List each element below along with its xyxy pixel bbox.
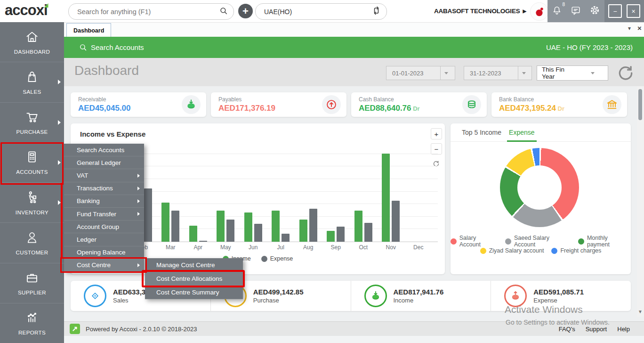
global-search	[68, 3, 234, 20]
close-button[interactable]: ×	[627, 4, 640, 18]
search-icon	[79, 43, 87, 51]
sidebar-item-sales[interactable]: SALES	[0, 62, 64, 102]
summary-card-label: Cash Balance	[359, 96, 394, 103]
footer-link-help[interactable]: Help	[617, 326, 630, 333]
total-amount: AED591,085.71	[533, 288, 584, 296]
arrow-icon: ↗	[72, 325, 78, 333]
month-label: Dec	[405, 244, 433, 251]
bar-group-jun	[240, 141, 267, 242]
date-from-dropdown-icon[interactable]	[440, 66, 452, 80]
footer-link-support[interactable]: Support	[586, 326, 607, 333]
bar-group-apr	[185, 141, 212, 242]
windows-watermark-line1: Activate Windows	[505, 304, 583, 315]
date-to-input[interactable]	[469, 69, 518, 77]
minimize-icon: −	[613, 8, 617, 15]
period-value: This Fin Year	[542, 66, 572, 80]
sidebar-item-inventory[interactable]: INVENTORY	[0, 183, 64, 223]
legend-label: Salary Account	[459, 235, 498, 248]
legend-label: Freight charges	[560, 247, 601, 254]
accoxi-footer-logo: ↗	[70, 324, 80, 334]
organization-selector[interactable]: UAE(HO)	[255, 3, 387, 20]
messages-button[interactable]	[571, 5, 581, 17]
switch-organization-icon[interactable]	[372, 6, 381, 17]
summary-card-label: Payables	[218, 96, 242, 103]
menu-item-opening-balance[interactable]: Opening Balance	[64, 246, 144, 259]
date-from-input[interactable]	[391, 69, 440, 77]
total-amount: AED817,941.76	[394, 288, 444, 296]
sidebar-item-accounts[interactable]: ACCOUNTS	[0, 143, 64, 183]
tab-top5-income[interactable]: Top 5 Income	[462, 129, 501, 136]
menu-item-banking[interactable]: Banking	[64, 195, 144, 208]
sidebar-item-label: SALES	[23, 89, 41, 95]
tab-dashboard[interactable]: Dashboard	[66, 23, 111, 37]
summary-card-payables: PayablesAED171,376.19	[211, 92, 346, 117]
submenu-item-cost-centre-allocations[interactable]: Cost Centre Allocations	[145, 272, 243, 286]
sidebar-item-dashboard[interactable]: DASHBOARD	[0, 22, 64, 62]
legend-dot	[505, 238, 511, 245]
expense-bar	[254, 224, 262, 242]
tab-bar	[64, 22, 644, 37]
refresh-dashboard-button[interactable]	[617, 64, 635, 84]
menu-item-label: Search Accounts	[77, 147, 124, 154]
month-label: Mar	[157, 244, 185, 251]
close-icon: ×	[631, 8, 635, 15]
notifications-button[interactable]: 8	[552, 5, 562, 17]
menu-item-cost-centre[interactable]: Cost Centre	[64, 259, 144, 272]
company-menu[interactable]: AABASOFT TECHNOLOGIES▶	[424, 0, 526, 22]
avatar[interactable]	[530, 2, 548, 21]
sidebar-item-supplier[interactable]: SUPPLIER	[0, 263, 64, 303]
summary-card-amount: AED88,640.76 Dr	[359, 104, 420, 113]
plus-icon: +	[242, 5, 249, 17]
tab-close-icon[interactable]: ×	[637, 24, 642, 32]
settings-button[interactable]	[589, 5, 600, 17]
submenu-item-cost-centre-summary[interactable]: Cost Centre Summary	[145, 286, 243, 299]
add-button[interactable]: +	[238, 4, 253, 18]
period-select[interactable]: This Fin Year	[537, 65, 608, 81]
submenu-arrow-icon	[137, 174, 140, 178]
total-income: AED817,941.76Income	[351, 281, 491, 311]
tab-top5-expense[interactable]: Expense	[509, 123, 534, 141]
menu-item-account-group[interactable]: Account Group	[64, 220, 144, 233]
minimize-button[interactable]: −	[608, 4, 622, 18]
chart-zoom-in-button[interactable]: +	[431, 128, 442, 139]
menu-item-vat[interactable]: VAT	[64, 169, 144, 182]
app-logo: accoxi	[5, 2, 48, 19]
bar-group-dec	[405, 141, 433, 242]
legend-dot	[551, 248, 557, 254]
month-label: May	[212, 244, 240, 251]
menu-item-general-ledger[interactable]: General Ledger	[64, 156, 144, 169]
menu-item-fund-transfer[interactable]: Fund Transfer	[64, 208, 144, 220]
submenu-item-manage-cost-centre[interactable]: Manage Cost Centre	[145, 258, 243, 272]
menu-item-search-accounts[interactable]: Search Accounts	[64, 144, 144, 156]
tab-list-caret-icon[interactable]: ▾	[628, 25, 631, 32]
bar-group-sep	[322, 141, 350, 242]
sidebar-item-reports[interactable]: REPORTS	[0, 303, 64, 343]
scrollbar-down-arrow-icon[interactable]: ▼	[637, 309, 644, 314]
summary-card-amount: AED45,045.00	[78, 104, 131, 113]
footer-link-faqs[interactable]: FAQ's	[559, 326, 575, 333]
sidebar-item-purchase[interactable]: PURCHASE	[0, 103, 64, 143]
menu-item-label: Banking	[77, 197, 100, 204]
sidebar-item-customer[interactable]: CUSTOMER	[0, 223, 64, 263]
donut-legend-row: Salary AccountSaeed Salary AccountMonthl…	[451, 235, 631, 248]
dashboard-icon	[25, 30, 39, 46]
submenu-item-label: Manage Cost Centre	[156, 261, 215, 269]
summary-card-amount: AED473,195.24 Dr	[499, 104, 564, 113]
plus-icon: +	[435, 130, 439, 138]
menu-item-ledger[interactable]: Ledger	[64, 233, 144, 246]
legend-dot	[451, 238, 457, 245]
income-coin-icon	[364, 285, 387, 307]
scrollbar-thumb[interactable]	[638, 89, 642, 120]
legend-dot	[578, 238, 584, 245]
income-bar	[244, 212, 252, 242]
refresh-icon	[617, 64, 635, 82]
menu-item-transactions[interactable]: Transactions	[64, 182, 144, 195]
cost-centre-submenu: Manage Cost CentreCost Centre Allocation…	[145, 258, 243, 299]
date-to-dropdown-icon[interactable]	[518, 66, 530, 80]
global-search-input[interactable]	[76, 8, 219, 16]
sidebar-item-label: CUSTOMER	[16, 250, 48, 255]
app-logo-text: accoxi	[5, 2, 48, 18]
sales-icon	[25, 70, 39, 86]
sidebar-item-label: DASHBOARD	[14, 49, 50, 55]
search-accounts-button[interactable]: Search Accounts	[79, 43, 144, 51]
